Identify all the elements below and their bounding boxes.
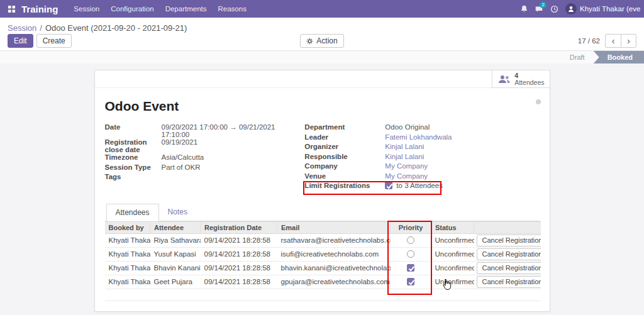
field-responsible: Responsible Kinjal Lalani [304, 153, 539, 163]
field-value-registration-close-date: 09/19/2021 [162, 138, 198, 146]
stat-attendees-label: Attendees [514, 79, 544, 86]
pager: 17 / 62 ‹ › [578, 34, 636, 48]
limit-registrations-checkbox[interactable] [385, 182, 392, 189]
cell-email: isufi@icreativetechnolabs.com [277, 247, 391, 261]
cancel-registration-button[interactable]: Cancel Registration [477, 276, 541, 288]
field-session-type: Session Type Part of OKR [105, 163, 292, 174]
attendees-stat-button[interactable]: 4 Attendees [492, 70, 550, 88]
field-value-venue-link[interactable]: My Company [385, 172, 428, 180]
column-header-email[interactable]: Email [277, 221, 391, 233]
cancel-registration-button[interactable]: Cancel Registration [477, 262, 541, 274]
status-step-booked[interactable]: Booked [594, 51, 644, 64]
content-area: 4 Attendees Odoo Event Date 09/20/2021 1… [0, 64, 644, 315]
cell-booked-by: Khyati Thakar [105, 275, 150, 289]
field-leader: Leader Fatemi Lokhandwala [304, 133, 539, 143]
field-label-organizer: Organizer [304, 143, 385, 150]
field-organizer: Organizer Kinjal Lalani [304, 143, 539, 153]
field-value-session-type: Part of OKR [162, 163, 201, 171]
pager-next-button[interactable]: › [621, 34, 636, 48]
cell-booked-by: Khyati Thakar [105, 261, 150, 275]
page-title: Odoo Event [105, 99, 540, 114]
nav-item-reasons[interactable]: Reasons [213, 0, 252, 18]
avatar[interactable] [565, 3, 577, 14]
app-name[interactable]: Training [21, 4, 58, 14]
cell-attendee: Bhavin Kanani [150, 261, 201, 275]
field-label-session-type: Session Type [105, 163, 162, 171]
field-value-department: Odoo Original [385, 123, 430, 131]
field-limit-registrations: Limit Registrations to 3 Attendees [304, 182, 539, 192]
table-row[interactable]: Khyati Thakar Geet Pujara 09/14/2021 18:… [105, 275, 541, 289]
field-value-responsible-link[interactable]: Kinjal Lalani [385, 153, 424, 160]
user-menu[interactable]: Khyati Thakar (event_mgmt [580, 5, 640, 13]
field-value-limit-registrations: to 3 Attendees [396, 182, 443, 189]
field-label-department: Department [304, 123, 385, 131]
field-groups: Date 09/20/2021 17:00:00 → 09/21/2021 17… [105, 123, 540, 192]
priority-checkbox[interactable] [407, 264, 414, 272]
field-value-company-link[interactable]: My Company [385, 162, 428, 170]
field-value-leader-link[interactable]: Fatemi Lokhandwala [385, 133, 452, 141]
nav-item-session[interactable]: Session [68, 0, 105, 18]
column-header-registration-date[interactable]: Registration Date [201, 221, 277, 233]
cell-booked-by: Khyati Thakar [105, 233, 150, 247]
priority-checkbox[interactable] [407, 236, 414, 244]
users-icon [497, 74, 511, 84]
field-value-organizer-link[interactable]: Kinjal Lalani [385, 143, 424, 150]
cell-status: Unconfirmed [431, 233, 474, 247]
cell-registration-date: 09/14/2021 18:28:58 [201, 275, 277, 289]
control-panel: Action Edit Create 17 / 62 ‹ › [0, 34, 644, 50]
field-label-registration-close-date: Registration close date [105, 138, 162, 153]
action-button-label: Action [316, 37, 337, 45]
nav-item-configuration[interactable]: Configuration [105, 0, 159, 18]
tab-notes[interactable]: Notes [159, 204, 196, 221]
column-header-attendee[interactable]: Attendee [150, 221, 201, 233]
bell-icon[interactable] [516, 1, 531, 16]
chat-icon[interactable]: 2 [531, 1, 547, 16]
cell-attendee: Geet Pujara [150, 275, 201, 289]
table-row[interactable]: Khyati Thakar Riya Sathavara 09/14/2021 … [105, 233, 541, 247]
table-row[interactable]: Khyati Thakar Yusuf Kapasi 09/14/2021 18… [105, 247, 541, 261]
cancel-registration-button[interactable]: Cancel Registration [477, 235, 541, 246]
tab-attendees[interactable]: Attendees [106, 204, 159, 221]
cell-registration-date: 09/14/2021 18:28:58 [201, 261, 277, 275]
table-row[interactable]: Khyati Thakar Bhavin Kanani 09/14/2021 1… [105, 261, 541, 275]
nav-item-departments[interactable]: Departments [160, 0, 213, 18]
cell-email: gpujara@icreativetechnolabs.com [277, 275, 391, 289]
status-step-draft[interactable]: Draft [561, 51, 594, 64]
field-value-date: 09/20/2021 17:00:00 → 09/21/2021 17:10:0… [162, 123, 292, 138]
statusbar: Draft Booked [0, 50, 644, 64]
field-date: Date 09/20/2021 17:00:00 → 09/21/2021 17… [105, 123, 292, 138]
column-header-priority[interactable]: Priority [391, 221, 431, 233]
field-label-timezone: Timezone [105, 153, 162, 161]
notebook-tabs: Attendees Notes [105, 203, 540, 221]
field-label-responsible: Responsible [304, 153, 385, 160]
activity-clock-icon[interactable] [547, 1, 562, 16]
cell-email: bhavin.kanani@icreativetechnolabs.com [277, 261, 391, 275]
chat-badge: 2 [540, 2, 547, 8]
pager-previous-button[interactable]: ‹ [605, 34, 621, 48]
field-timezone: Timezone Asia/Calcutta [105, 153, 292, 163]
field-label-venue: Venue [304, 172, 385, 180]
breadcrumb-session-link[interactable]: Session [8, 23, 36, 33]
cell-registration-date: 09/14/2021 18:28:58 [201, 247, 277, 261]
column-header-booked-by[interactable]: Booked by [105, 221, 150, 233]
column-header-status[interactable]: Status [431, 221, 474, 233]
field-company: Company My Company [304, 162, 539, 172]
breadcrumb-current: Odoo Event (2021-09-20 - 2021-09-21) [45, 23, 187, 33]
top-navbar: Training Session Configuration Departmen… [0, 0, 644, 18]
field-label-tags: Tags [105, 173, 162, 180]
field-value-timezone: Asia/Calcutta [162, 153, 204, 161]
breadcrumb-separator: / [40, 23, 42, 33]
cell-booked-by: Khyati Thakar [105, 247, 150, 261]
form-sheet: 4 Attendees Odoo Event Date 09/20/2021 1… [94, 70, 550, 312]
priority-checkbox[interactable] [407, 250, 414, 258]
status-indicator-dot [536, 99, 541, 104]
field-department: Department Odoo Original [304, 123, 539, 133]
breadcrumb: Session / Odoo Event (2021-09-20 - 2021-… [0, 18, 644, 34]
pager-count[interactable]: 17 / 62 [578, 37, 600, 45]
priority-checkbox[interactable] [407, 278, 414, 285]
cell-attendee: Yusuf Kapasi [150, 247, 201, 261]
field-label-date: Date [105, 123, 162, 131]
cancel-registration-button[interactable]: Cancel Registration [477, 248, 541, 260]
apps-menu-icon[interactable] [4, 0, 19, 18]
action-button[interactable]: Action [300, 34, 343, 48]
